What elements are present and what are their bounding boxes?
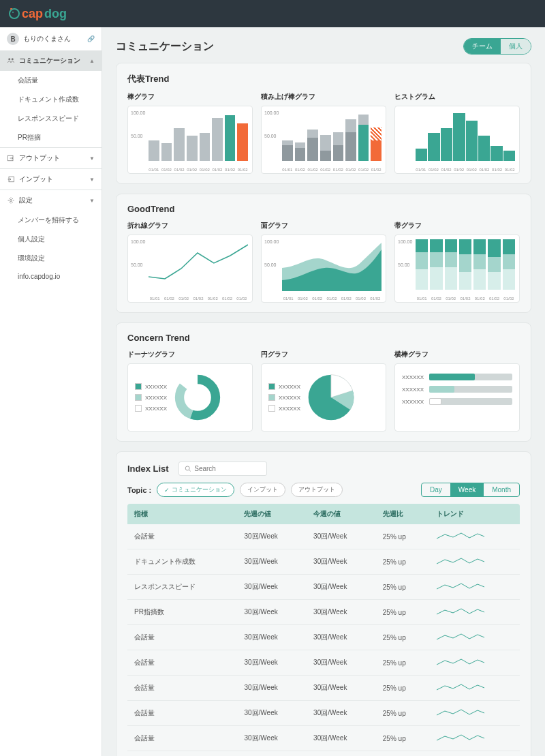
chart-canvas[interactable]: 100.0050.00 01/0101/0201/0201/0201/0201/… [394,235,520,303]
expand-button[interactable]: ▼ Click [127,751,520,756]
chart-bar: 棒グラフ 100.0050.00 01/0101/0201/0201/0201/… [127,92,253,174]
chip-input[interactable]: インプット [240,483,285,497]
legend: XXXXXX XXXXXX XXXXXX [135,383,167,412]
period-month[interactable]: Month [484,483,519,496]
sidebar-sub-info[interactable]: info.capdog.io [0,268,102,285]
sidebar-sub-env[interactable]: 環境設定 [0,249,102,268]
chart-label: ドーナツグラフ [127,350,253,359]
avatar: B [7,33,19,45]
table-row[interactable]: 会話量30回/Week30回/Week25% up [127,726,520,751]
sidebar-user[interactable]: B もりのくまさん 🔗 [0,27,102,50]
topbar: capdog [0,0,545,27]
table-header[interactable]: 先週比 [376,504,430,524]
period-toggle: Day Week Month [421,483,520,497]
card-title: GoodTrend [127,204,520,214]
period-week[interactable]: Week [450,483,484,496]
chart-label: 折れ線グラフ [127,221,253,230]
chart-pie: 円グラフ XXXXXX XXXXXX XXXXXX [261,350,386,432]
input-icon [7,175,15,183]
link-icon: 🔗 [87,35,95,42]
sidebar-sub-pr[interactable]: PR指摘 [0,128,102,147]
chart-canvas[interactable]: 100.0050.00 01/0101/0201/0201/0201/0201/… [127,235,253,303]
sidebar-item-input[interactable]: インプット ▼ [0,169,102,190]
chart-donut: ドーナツグラフ XXXXXX XXXXXX XXXXXX [127,350,253,432]
chart-label: 積み上げ棒グラフ [261,92,386,102]
chart-canvas[interactable]: XXXXXX XXXXXX XXXXXX [394,363,520,432]
legend: XXXXXX XXXXXX XXXXXX [268,383,300,412]
chevron-down-icon: ▼ [89,155,95,162]
sidebar-sub-kaiwa[interactable]: 会話量 [0,71,102,90]
chart-label: 帯グラフ [394,221,520,230]
chart-canvas[interactable]: XXXXXX XXXXXX XXXXXX [261,363,386,432]
svg-point-3 [12,58,14,60]
chart-area: 面グラフ 100.0050.00 01/0101/0201/0201/0201/… [261,221,386,303]
search-box[interactable] [178,462,267,476]
logo-text-prefix: cap [22,7,43,21]
table-row[interactable]: PR指摘数30回/Week30回/Week25% up [127,600,520,625]
table-row[interactable]: ドキュメント作成数30回/Week30回/Week25% up [127,549,520,575]
sidebar-sub-document[interactable]: ドキュメント作成数 [0,90,102,109]
logo[interactable]: capdog [8,7,67,21]
search-icon [185,465,191,472]
chart-hbar: 横棒グラフ XXXXXX XXXXXX XXXXXX [394,350,520,432]
table-row[interactable]: 会話量30回/Week30回/Week25% up [127,676,520,701]
main-content: コミュニケーション チーム 個人 代表Trend 棒グラフ 100.0050.0… [102,27,545,756]
output-icon [7,154,15,162]
sidebar-item-communication[interactable]: コミュニケーション ▲ [0,50,102,71]
chart-canvas[interactable]: 100.0050.00 01/0101/0201/0201/0201/0201/… [261,106,386,174]
table-row[interactable]: レスポンススピード30回/Week30回/Week25% up [127,575,520,600]
table-row[interactable]: 会話量30回/Week30回/Week25% up [127,701,520,726]
team-personal-toggle: チーム 個人 [463,38,531,55]
pie-icon [307,374,355,421]
sidebar-item-label: 設定 [19,196,33,205]
chart-line: 折れ線グラフ 100.0050.00 01/0101/0201/0201/020… [127,221,253,303]
chart-stacked100: 帯グラフ 100.0050.00 01/0101/0201/0201/0201/… [394,221,520,303]
page-title: コミュニケーション [116,40,214,54]
chevron-up-icon: ▲ [89,58,95,64]
chart-canvas[interactable]: 100.0050.00 01/0101/0201/0201/0201/0201/… [261,235,386,303]
chart-histogram: ヒストグラム 01/0101/0201/0201/0201/0201/0201/… [394,92,520,174]
chart-canvas[interactable]: XXXXXX XXXXXX XXXXXX [127,363,253,432]
sidebar-sub-invite[interactable]: メンバーを招待する [0,211,102,230]
chart-canvas[interactable]: 01/0101/0201/0201/0201/0201/0201/0201/02 [394,106,520,174]
sidebar-item-label: インプット [19,175,53,184]
svg-point-1 [12,12,14,13]
topic-label: Topic : [127,486,151,494]
card-index: Index List Topic : ✓コミュニケーション インプット アウトプ… [116,451,531,756]
chart-label: 円グラフ [261,350,386,359]
chip-communication[interactable]: ✓コミュニケーション [157,483,234,497]
chevron-down-icon: ▼ [89,177,95,183]
card-trend: 代表Trend 棒グラフ 100.0050.00 01/0101/0201/02… [116,63,531,184]
sidebar-sub-personal[interactable]: 個人設定 [0,230,102,249]
card-title: Index List [127,464,169,474]
gear-icon [7,196,15,205]
table-header[interactable]: トレンド [430,504,520,524]
sidebar-item-settings[interactable]: 設定 ▼ [0,190,102,211]
chart-label: 棒グラフ [127,92,253,102]
period-day[interactable]: Day [422,483,450,496]
search-input[interactable] [194,465,260,472]
sidebar-item-label: アウトプット [19,153,60,163]
card-title: Concern Trend [127,333,520,343]
svg-point-11 [185,466,189,470]
sidebar-item-output[interactable]: アウトプット ▼ [0,148,102,168]
sidebar-sub-response[interactable]: レスポンススピード [0,109,102,128]
table-row[interactable]: 会話量30回/Week30回/Week25% up [127,650,520,676]
table-header[interactable]: 指標 [127,504,237,524]
toggle-personal[interactable]: 個人 [501,39,531,54]
chip-output[interactable]: アウトプット [291,483,343,497]
table-header[interactable]: 先週の値 [237,504,307,524]
toggle-team[interactable]: チーム [464,39,501,54]
table-row[interactable]: 会話量30回/Week30回/Week25% up [127,524,520,549]
table-header[interactable]: 今週の値 [307,504,376,524]
people-icon [7,57,15,65]
sidebar-user-name: もりのくまさん [23,34,71,44]
table-row[interactable]: 会話量30回/Week30回/Week25% up [127,625,520,650]
chart-label: ヒストグラム [394,92,520,102]
chart-canvas[interactable]: 100.0050.00 01/0101/0201/0201/0201/0201/… [127,106,253,174]
index-table: 指標先週の値今週の値先週比トレンド 会話量30回/Week30回/Week25%… [127,504,520,751]
svg-point-6 [10,200,12,202]
sidebar-item-label: コミュニケーション [19,56,80,65]
chart-stacked: 積み上げ棒グラフ 100.0050.00 01/0101/0201/0201/0… [261,92,386,174]
card-title: 代表Trend [127,73,520,85]
